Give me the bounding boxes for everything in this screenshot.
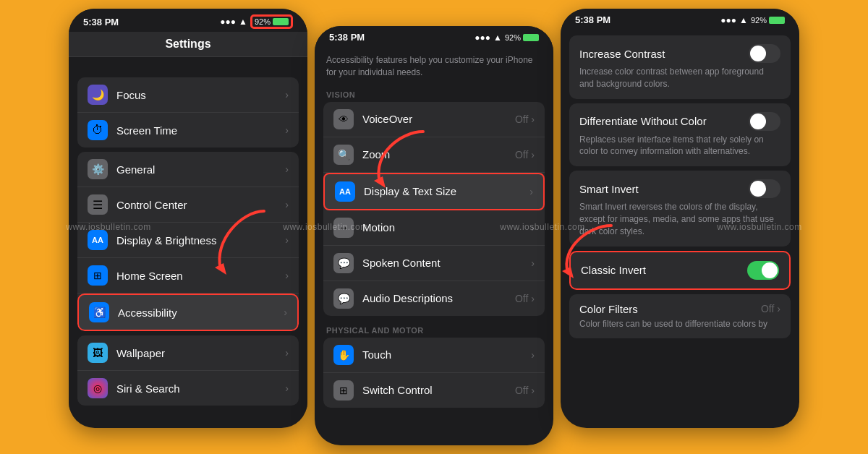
vision-content: Increase Contrast Increase color contras…	[561, 28, 799, 338]
diff-without-color-toggle[interactable]	[749, 112, 780, 131]
status-bar-1: 5:38 PM ●●● ▲ 92%	[69, 9, 307, 32]
accessibility-chevron: ›	[284, 307, 287, 318]
acc-row-zoom[interactable]: 🔍 Zoom Off ›	[323, 137, 545, 173]
status-icons-3: ●●● ▲ 92%	[720, 15, 785, 25]
color-filters-value: Off	[761, 303, 774, 314]
settings-row-screen-time[interactable]: ⏱ Screen Time ›	[77, 113, 299, 147]
battery-inner-3	[769, 17, 785, 24]
zoom-chevron: ›	[531, 149, 535, 160]
smart-invert-row: Smart Invert Smart Invert reverses the c…	[569, 171, 791, 246]
smart-invert-title: Smart Invert	[579, 183, 639, 195]
smart-invert-toggle[interactable]	[749, 179, 780, 198]
focus-label: Focus	[116, 89, 285, 101]
battery-inner-2	[523, 34, 539, 41]
battery-percent-3: 92%	[751, 16, 767, 25]
increase-contrast-toggle[interactable]	[749, 44, 780, 63]
acc-row-audio-desc[interactable]: 💬 Audio Descriptions Off ›	[323, 281, 545, 316]
classic-invert-toggle[interactable]	[747, 261, 779, 280]
switch-control-value-group: Off ›	[515, 385, 535, 396]
siri-chevron: ›	[285, 382, 289, 394]
focus-chevron: ›	[285, 89, 289, 100]
audio-desc-value-group: Off ›	[515, 293, 535, 304]
general-label: General	[116, 163, 285, 176]
wallpaper-chevron: ›	[285, 347, 289, 359]
wifi-icon-2: ▲	[493, 33, 502, 43]
settings-group-2: ⚙️ General › ☰ Control Center › AA Displ…	[77, 152, 299, 331]
phone-3-wrapper: 5:38 PM ●●● ▲ 92% Increase Contrast	[561, 9, 799, 428]
wifi-icon-1: ▲	[239, 17, 247, 27]
settings-group-3: 🖼 Wallpaper › ◎ Siri & Search ›	[77, 335, 299, 406]
zoom-label: Zoom	[362, 148, 515, 160]
battery-inner-1	[273, 18, 289, 25]
display-label: Display & Brightness	[116, 234, 285, 247]
status-time-3: 5:38 PM	[575, 14, 610, 25]
phone-1-wrapper: 5:38 PM ●●● ▲ 92% Settings	[69, 9, 307, 428]
screen-time-label: Screen Time	[116, 124, 285, 137]
settings-row-focus[interactable]: 🌙 Focus ›	[77, 77, 299, 113]
settings-row-siri[interactable]: ◎ Siri & Search ›	[77, 371, 299, 406]
status-icons-1: ●●● ▲ 92%	[220, 14, 293, 29]
settings-row-home-screen[interactable]: ⊞ Home Screen ›	[77, 258, 299, 294]
home-screen-icon: ⊞	[88, 265, 108, 286]
diff-without-color-header: Differentiate Without Color	[579, 112, 780, 131]
motion-icon: ↔	[333, 218, 354, 238]
smart-invert-header: Smart Invert	[579, 179, 780, 198]
nav-title-1: Settings	[165, 38, 210, 50]
switch-control-chevron: ›	[531, 385, 535, 396]
voiceover-icon: 👁	[333, 109, 354, 129]
motor-section-label: PHYSICAL AND MOTOR	[315, 320, 553, 338]
accessibility-icon: ♿	[89, 302, 109, 322]
zoom-value: Off	[515, 149, 528, 160]
acc-row-voiceover[interactable]: 👁 VoiceOver Off ›	[323, 102, 545, 137]
acc-row-display-text[interactable]: AA Display & Text Size ›	[323, 173, 545, 210]
battery-percent-2: 92%	[505, 33, 521, 42]
color-filters-desc: Color filters can be used to differentia…	[579, 318, 780, 330]
zoom-value-group: Off ›	[515, 149, 535, 160]
wifi-icon-3: ▲	[739, 15, 748, 25]
diff-without-color-desc: Replaces user interface items that rely …	[579, 134, 780, 158]
phone-1: 5:38 PM ●●● ▲ 92% Settings	[69, 9, 307, 428]
diff-without-color-title: Differentiate Without Color	[579, 115, 707, 127]
audio-desc-value: Off	[515, 293, 528, 304]
status-bar-3: 5:38 PM ●●● ▲ 92%	[561, 9, 799, 28]
nav-bar-1: Settings	[69, 32, 307, 57]
switch-control-icon: ⊞	[333, 380, 354, 401]
voiceover-label: VoiceOver	[362, 113, 515, 125]
home-screen-chevron: ›	[285, 270, 289, 281]
acc-row-spoken[interactable]: 💬 Spoken Content ›	[323, 246, 545, 281]
settings-row-control-center[interactable]: ☰ Control Center ›	[77, 187, 299, 223]
touch-icon: ✋	[333, 345, 354, 365]
phones-container: 5:38 PM ●●● ▲ 92% Settings	[56, 0, 812, 454]
settings-row-general[interactable]: ⚙️ General ›	[77, 152, 299, 187]
settings-row-display[interactable]: AA Display & Brightness ›	[77, 223, 299, 258]
section-gap-1	[69, 57, 307, 77]
control-center-icon: ☰	[88, 194, 108, 215]
settings-group-1: 🌙 Focus › ⏱ Screen Time ›	[77, 77, 299, 147]
color-filters-row: Color Filters Off › Color filters can be…	[569, 294, 791, 339]
acc-header-text: Accessibility features help you customiz…	[326, 54, 542, 79]
status-bar-2: 5:38 PM ●●● ▲ 92%	[315, 26, 553, 46]
display-icon: AA	[88, 230, 108, 250]
classic-invert-row: Classic Invert	[569, 251, 791, 290]
battery-percent-1: 92%	[255, 17, 271, 26]
color-filters-title: Color Filters	[579, 303, 638, 315]
touch-chevron: ›	[531, 349, 535, 361]
home-screen-label: Home Screen	[116, 270, 285, 282]
display-text-chevron: ›	[529, 186, 533, 197]
screen-time-chevron: ›	[285, 124, 289, 136]
phone-2: 5:38 PM ●●● ▲ 92% Accessibility features…	[315, 26, 553, 445]
siri-label: Siri & Search	[116, 382, 285, 395]
audio-desc-label: Audio Descriptions	[362, 292, 515, 304]
increase-contrast-title: Increase Contrast	[579, 48, 665, 60]
acc-row-touch[interactable]: ✋ Touch ›	[323, 338, 545, 373]
classic-invert-header: Classic Invert	[581, 261, 779, 280]
smart-invert-desc: Smart Invert reverses the colors of the …	[579, 201, 780, 237]
status-time-1: 5:38 PM	[83, 17, 119, 27]
acc-row-switch-control[interactable]: ⊞ Switch Control Off ›	[323, 373, 545, 408]
motion-chevron: ›	[531, 222, 535, 234]
settings-row-wallpaper[interactable]: 🖼 Wallpaper ›	[77, 335, 299, 371]
acc-row-motion[interactable]: ↔ Motion ›	[323, 210, 545, 246]
control-center-label: Control Center	[116, 199, 285, 211]
settings-row-accessibility[interactable]: ♿ Accessibility ›	[77, 294, 299, 331]
zoom-icon: 🔍	[333, 145, 354, 165]
